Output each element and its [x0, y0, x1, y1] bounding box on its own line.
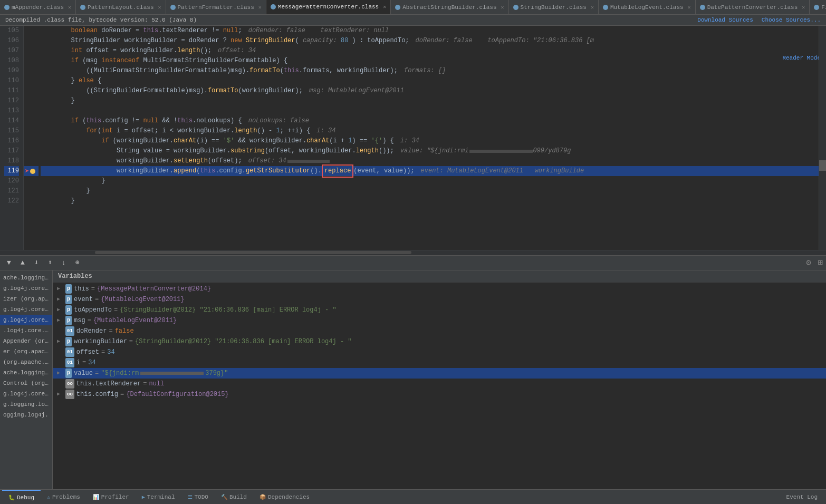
- close-icon[interactable]: ✕: [383, 4, 386, 10]
- tab-mAppender[interactable]: mAppender.class ✕: [0, 0, 76, 15]
- var-expander[interactable]: ▶: [57, 369, 65, 378]
- bottom-tab-dependencies[interactable]: 📦 Dependencies: [253, 490, 316, 504]
- call-stack-item-6[interactable]: .log4j.core.lay: [0, 325, 52, 336]
- expand-button[interactable]: ▲: [17, 257, 28, 268]
- expand-panel-button[interactable]: ⊞: [818, 257, 823, 268]
- call-stack-item-14[interactable]: ogging.log4j.: [0, 410, 52, 420]
- var-expander[interactable]: ▶: [57, 295, 65, 304]
- bottom-tab-todo[interactable]: ☰ TODO: [181, 490, 215, 504]
- tab-DatePatternConverter[interactable]: DatePatternConverter.class ✕: [696, 0, 810, 15]
- tab-label: StringBuilder.class: [521, 4, 587, 11]
- bottom-tab-debug[interactable]: 🐛 Debug: [2, 490, 41, 504]
- var-item-msg[interactable]: ▶ p msg = {MutableLogEvent@2011}: [53, 315, 826, 326]
- tab-FixedDate[interactable]: FixedDate: [810, 0, 826, 15]
- tab-label: DatePatternConverter.class: [707, 4, 798, 11]
- debug-tab-icon: 🐛: [8, 495, 15, 501]
- var-expander[interactable]: ▶: [57, 284, 65, 294]
- problems-tab-label: Problems: [52, 494, 80, 500]
- tab-icon: [814, 5, 819, 10]
- dependencies-tab-label: Dependencies: [268, 494, 310, 500]
- scroll-area[interactable]: [819, 26, 826, 249]
- problems-tab-icon: ⚠: [47, 494, 50, 500]
- filter-button[interactable]: ▼: [3, 257, 15, 268]
- code-content[interactable]: boolean doRender = this.textRenderer != …: [39, 26, 819, 249]
- breakpoint-icon: [30, 169, 35, 174]
- var-item-value[interactable]: ▶ p value = "${jndi:rm 379g}": [53, 368, 826, 379]
- var-eq: =: [114, 305, 118, 315]
- call-stack-item-1[interactable]: ache.logging.lo: [0, 273, 52, 283]
- var-item-offset[interactable]: 01 offset = 34: [53, 347, 826, 357]
- choose-sources-link[interactable]: Choose Sources...: [762, 17, 821, 23]
- tab-PatternLayout[interactable]: PatternLayout.class ✕: [76, 0, 166, 15]
- tab-icon: [170, 5, 176, 10]
- var-expander[interactable]: ▶: [57, 390, 65, 399]
- var-item-this[interactable]: ▶ p this = {MessagePatternConverter@2014…: [53, 284, 826, 294]
- var-eq: =: [95, 295, 99, 304]
- build-tab-label: Build: [229, 494, 247, 500]
- call-stack-item-5[interactable]: g.log4j.core.lay: [0, 315, 52, 325]
- call-stack-item-7[interactable]: Appender (org.: [0, 336, 52, 346]
- horizontal-scrollbar[interactable]: [0, 250, 826, 255]
- var-item-workingBuilder[interactable]: ▶ p workingBuilder = {StringBuilder@2012…: [53, 336, 826, 347]
- debug-panel: ▼ ▲ ⬇ ⬆ ↓ ⊕ ⚙ ⊞ ache.logging.lo g.log4j.…: [0, 255, 826, 489]
- var-type-badge-p: p: [65, 284, 72, 294]
- tab-StringBuilder[interactable]: StringBuilder.class ✕: [509, 0, 599, 15]
- var-item-textRenderer[interactable]: oo this.textRenderer = null: [53, 379, 826, 389]
- close-icon[interactable]: ✕: [258, 4, 262, 11]
- tab-label: MessagePatternConverter.class: [278, 4, 379, 10]
- close-icon[interactable]: ✕: [688, 4, 691, 11]
- var-item-toAppendTo[interactable]: ▶ p toAppendTo = {StringBuilder@2012} "2…: [53, 305, 826, 315]
- var-list[interactable]: ▶ p this = {MessagePatternConverter@2014…: [53, 283, 826, 489]
- call-stack-item-12[interactable]: g.log4j.core.p: [0, 389, 52, 399]
- var-item-config[interactable]: ▶ oo this.config = {DefaultConfiguration…: [53, 389, 826, 400]
- bottom-tab-profiler[interactable]: 📊 Profiler: [87, 490, 136, 504]
- var-item-event[interactable]: ▶ p event = {MutableLogEvent@2011}: [53, 294, 826, 305]
- var-eq: =: [143, 379, 147, 389]
- var-item-i[interactable]: 01 i = 34: [53, 357, 826, 368]
- var-type-badge-01: 01: [65, 358, 74, 367]
- call-stack-item-3[interactable]: izer (org.apach: [0, 294, 52, 304]
- add-watch-button[interactable]: ↓: [58, 257, 70, 268]
- call-stack-item-4[interactable]: g.log4j.core.lay: [0, 304, 52, 315]
- var-name-offset: offset: [76, 347, 99, 357]
- var-eq: =: [129, 337, 133, 346]
- code-line-118: workingBuilder.setLength(offset); offset…: [41, 156, 819, 166]
- close-icon[interactable]: ✕: [591, 4, 594, 11]
- debug-tab-label: Debug: [17, 495, 34, 501]
- tab-MutableLogEvent[interactable]: MutableLogEvent.class ✕: [599, 0, 696, 15]
- download-sources-link[interactable]: Download Sources: [697, 17, 753, 23]
- var-value-this: {MessagePatternConverter@2014}: [97, 284, 211, 294]
- more-button[interactable]: ⊕: [72, 257, 83, 268]
- code-line-106: StringBuilder workingBuilder = doRender …: [41, 36, 819, 46]
- bottom-tab-build[interactable]: 🔨 Build: [215, 490, 253, 504]
- bottom-tab-terminal[interactable]: ▶ Terminal: [136, 490, 181, 504]
- call-stack-item-11[interactable]: Control (org.ap: [0, 378, 52, 389]
- bottom-tabs: 🐛 Debug ⚠ Problems 📊 Profiler ▶ Terminal…: [0, 489, 826, 504]
- close-icon[interactable]: ✕: [158, 4, 161, 11]
- variables-header: Variables: [53, 270, 826, 283]
- step-over-button[interactable]: ⬇: [31, 257, 42, 268]
- close-icon[interactable]: ✕: [802, 4, 805, 11]
- code-line-117: String value = workingBuilder.substring(…: [41, 146, 819, 156]
- call-stack-item-10[interactable]: ache.logging.lo: [0, 367, 52, 378]
- var-value-offset: 34: [107, 347, 114, 357]
- call-stack-item-2[interactable]: g.log4j.core.p: [0, 283, 52, 294]
- code-line-119: workingBuilder.append(this.config.getStr…: [41, 166, 819, 176]
- settings-debug-button[interactable]: ⚙: [806, 257, 811, 268]
- tab-MessagePatternConverter[interactable]: MessagePatternConverter.class ✕: [266, 0, 391, 15]
- call-stack-item-13[interactable]: g.logging.log4j: [0, 399, 52, 410]
- var-expander[interactable]: ▶: [57, 305, 65, 315]
- event-log-button[interactable]: Event Log: [780, 492, 824, 502]
- step-into-button[interactable]: ⬆: [44, 257, 56, 268]
- var-item-doRender[interactable]: 01 doRender = false: [53, 326, 826, 336]
- close-icon[interactable]: ✕: [501, 4, 504, 11]
- close-icon[interactable]: ✕: [68, 4, 71, 11]
- right-actions: Download Sources Choose Sources...: [697, 17, 821, 23]
- tab-AbstractStringBuilder[interactable]: AbstractStringBuilder.class ✕: [391, 0, 508, 15]
- tab-PatternFormatter[interactable]: PatternFormatter.class ✕: [166, 0, 266, 15]
- call-stack-item-8[interactable]: er (org.apache.: [0, 346, 52, 357]
- var-expander[interactable]: ▶: [57, 337, 65, 346]
- call-stack-item-9[interactable]: (org.apache.log: [0, 357, 52, 367]
- bottom-tab-problems[interactable]: ⚠ Problems: [41, 490, 87, 504]
- var-expander[interactable]: ▶: [57, 316, 65, 325]
